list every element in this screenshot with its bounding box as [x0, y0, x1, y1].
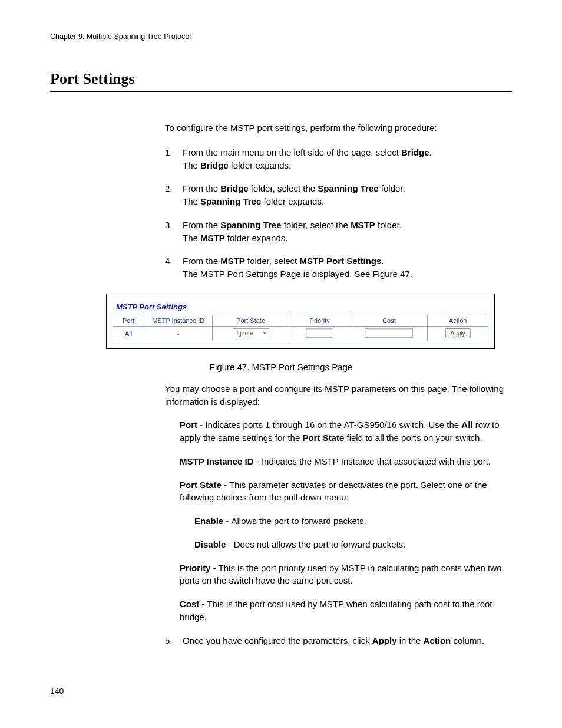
t: - Indicates the MSTP Instance that assoc…	[254, 456, 491, 466]
t: - Does not allows the port to forward pa…	[226, 539, 405, 549]
t: MSTP Instance ID	[180, 456, 254, 466]
figure-47: MSTP Port Settings Port MSTP Instance ID…	[106, 294, 495, 349]
page-header: Chapter 9: Multiple Spanning Tree Protoc…	[50, 32, 512, 41]
def-state: Port State - This parameter activates or…	[180, 479, 512, 505]
mstp-port-settings-table: Port MSTP Instance ID Port State Priorit…	[113, 315, 488, 341]
t: .	[381, 256, 384, 266]
t: Action	[424, 635, 451, 645]
t: folder expands.	[229, 160, 292, 170]
t: The	[183, 233, 200, 243]
t: MSTP	[200, 233, 225, 243]
cell-action: Apply	[428, 326, 488, 341]
t: All	[461, 420, 472, 430]
col-cost: Cost	[351, 315, 428, 326]
t: MSTP Port Settings	[299, 256, 381, 266]
def-port: Port - Indicates ports 1 through 16 on t…	[180, 419, 512, 444]
paragraph: You may choose a port and configure its …	[165, 383, 512, 409]
t: MSTP	[220, 256, 245, 266]
def-enable: Enable - Allows the port to forward pack…	[194, 515, 512, 528]
priority-input[interactable]	[306, 328, 333, 338]
t: Priority	[180, 563, 211, 573]
t: Cost	[180, 599, 199, 609]
cell-instance: -	[144, 326, 213, 341]
apply-button[interactable]: Apply	[445, 328, 471, 338]
t: folder expands.	[225, 233, 288, 243]
t: Bridge	[220, 183, 249, 193]
t: Spanning Tree	[318, 183, 378, 193]
step-1: 1. From the main menu on the left side o…	[165, 146, 512, 172]
figure-panel-title: MSTP Port Settings	[116, 302, 488, 311]
t: MSTP	[351, 220, 375, 230]
cell-port: All	[113, 326, 144, 341]
t: folder, select	[245, 256, 300, 266]
col-instance: MSTP Instance ID	[144, 315, 213, 326]
t: folder.	[379, 183, 405, 193]
intro-paragraph: To configure the MSTP port settings, per…	[165, 121, 512, 134]
def-cost: Cost - This is the port cost used by MST…	[180, 598, 512, 624]
def-disable: Disable - Does not allows the port to fo…	[194, 538, 512, 551]
t: - This is the port cost used by MSTP whe…	[180, 599, 492, 622]
def-priority: Priority - This is the port priority use…	[180, 562, 512, 588]
t: folder, select the	[249, 183, 318, 193]
col-port: Port	[113, 315, 144, 326]
t: Disable	[194, 539, 226, 549]
step-number: 4.	[165, 255, 183, 281]
t: Port -	[180, 420, 205, 430]
step-content: From the Bridge folder, select the Spann…	[183, 182, 512, 208]
step-content: From the main menu on the left side of t…	[183, 146, 512, 172]
t: folder.	[375, 220, 402, 230]
t: Enable -	[194, 516, 232, 526]
def-instance: MSTP Instance ID - Indicates the MSTP In…	[180, 455, 512, 468]
step-content: Once you have configured the parameters,…	[183, 634, 512, 647]
t: Once you have configured the parameters,…	[183, 635, 372, 645]
col-state: Port State	[213, 315, 289, 326]
step-2: 2. From the Bridge folder, select the Sp…	[165, 182, 512, 208]
t: folder expands.	[261, 196, 324, 206]
cell-cost	[351, 326, 428, 341]
t: From the	[183, 256, 220, 266]
t: field to all the ports on your switch.	[344, 433, 482, 443]
t: in the	[397, 635, 424, 645]
step-content: From the Spanning Tree folder, select th…	[183, 219, 512, 245]
t: folder, select the	[282, 220, 351, 230]
col-action: Action	[428, 315, 488, 326]
t: The	[183, 196, 200, 206]
table-row: All - Ignore Apply	[113, 326, 488, 341]
t: From the	[183, 183, 220, 193]
page-number: 140	[50, 686, 64, 696]
step-4: 4. From the MSTP folder, select MSTP Por…	[165, 255, 512, 281]
t: From the	[183, 220, 220, 230]
port-state-select[interactable]: Ignore	[233, 328, 269, 338]
step-number: 2.	[165, 182, 183, 208]
cell-priority	[289, 326, 351, 341]
col-priority: Priority	[289, 315, 351, 326]
t: .	[429, 147, 432, 157]
t: Apply	[372, 635, 397, 645]
cost-input[interactable]	[365, 328, 413, 338]
t: Indicates ports 1 through 16 on the AT-G…	[205, 420, 461, 430]
step-number: 5.	[165, 634, 183, 647]
step-3: 3. From the Spanning Tree folder, select…	[165, 219, 512, 245]
t: The	[183, 160, 200, 170]
table-header-row: Port MSTP Instance ID Port State Priorit…	[113, 315, 488, 326]
t: Spanning Tree	[220, 220, 281, 230]
section-title: Port Settings	[50, 70, 512, 92]
step-number: 3.	[165, 219, 183, 245]
cell-state: Ignore	[213, 326, 289, 341]
t: - This is the port priority used by MSTP…	[180, 563, 501, 586]
figure-caption: Figure 47. MSTP Port Settings Page	[50, 362, 512, 372]
t: Port State	[180, 480, 222, 490]
step-5: 5. Once you have configured the paramete…	[165, 634, 512, 647]
t: - This parameter activates or deactivate…	[180, 480, 487, 503]
t: Bridge	[200, 160, 229, 170]
t: Bridge	[401, 147, 429, 157]
t: column.	[451, 635, 484, 645]
step-content: From the MSTP folder, select MSTP Port S…	[183, 255, 512, 281]
t: The MSTP Port Settings Page is displayed…	[183, 269, 412, 279]
t: Port State	[302, 433, 344, 443]
t: Spanning Tree	[200, 196, 261, 206]
step-number: 1.	[165, 146, 183, 172]
t: From the main menu on the left side of t…	[183, 147, 401, 157]
t: Allows the port to forward packets.	[232, 516, 366, 526]
